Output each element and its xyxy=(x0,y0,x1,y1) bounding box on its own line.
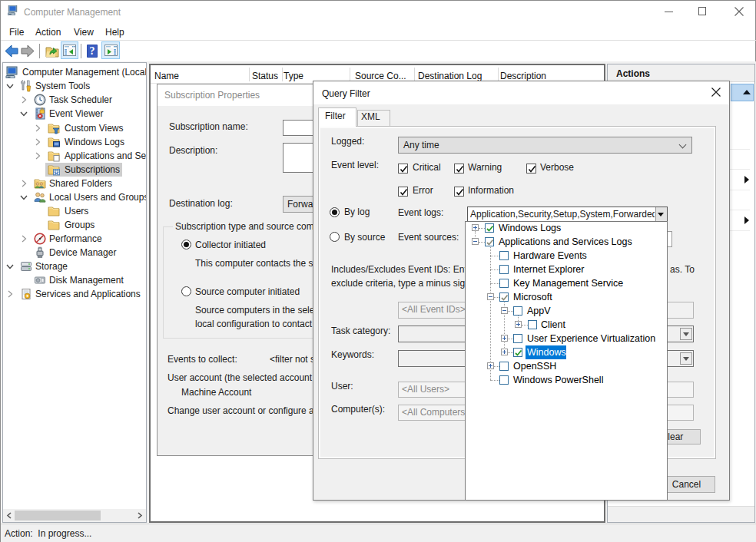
svg-text:?: ? xyxy=(90,45,95,57)
